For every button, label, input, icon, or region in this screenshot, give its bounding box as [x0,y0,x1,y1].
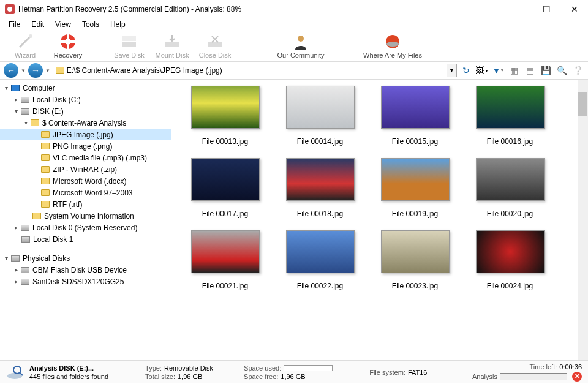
layout-button[interactable]: ▤ [523,64,537,77]
menu-edit[interactable]: Edit [26,19,49,30]
window-title: Hetman Partition Recovery 2.5 (Commercia… [18,5,505,13]
menu-file[interactable]: File [4,19,25,30]
back-button[interactable]: ← [4,63,18,78]
dropdown-icon[interactable]: ▼ [21,68,26,73]
file-label: File 00016.jpg [487,137,533,146]
refresh-button[interactable]: ↻ [459,64,473,77]
maximize-button[interactable]: ☐ [533,0,560,18]
tree-docx[interactable]: Microsoft Word (.docx) [0,175,171,187]
tree-physical[interactable]: ▾Physical Disks [0,252,171,264]
menu-help[interactable]: Help [105,19,130,30]
save-disk-button[interactable]: Save Disk [108,33,151,59]
community-button[interactable]: Our Community [267,33,334,59]
tree-jpeg[interactable]: JPEG Image (.jpg) [0,129,171,140]
help-button[interactable]: ❔ [571,64,584,77]
thumbnail [191,86,260,129]
cancel-analysis-button[interactable]: ✕ [572,372,582,382]
file-item[interactable]: File 00018.jpg [273,158,368,218]
vertical-scrollbar[interactable] [578,80,588,360]
lifebuoy-icon [59,33,77,50]
disk-search-icon [6,364,23,381]
close-button[interactable]: ✕ [560,0,588,18]
file-label: File 00021.jpg [202,282,248,290]
svg-point-13 [386,42,399,47]
view-mode-button[interactable]: 🖼▼ [475,64,489,77]
tree-rtf[interactable]: RTF (.rtf) [0,198,171,210]
tree-local1[interactable]: Local Disk 1 [0,233,171,245]
file-item[interactable]: File 00017.jpg [178,158,273,218]
tree-sandisk[interactable]: ▸SanDisk SDSSDX120GG25 [0,276,171,287]
tree-content-aware[interactable]: ▾$ Content-Aware Analysis [0,117,171,129]
tree-panel[interactable]: ▾Computer ▸Local Disk (C:) ▾DISK (E:) ▾$… [0,80,172,360]
file-item[interactable]: File 00016.jpg [462,86,557,146]
file-item[interactable]: File 00014.jpg [273,86,368,146]
search-button[interactable]: 🔍 [555,64,568,77]
content-panel[interactable]: File 00013.jpgFile 00014.jpgFile 00015.j… [172,80,588,360]
mount-disk-button[interactable]: Mount Disk [151,33,194,59]
search-icon: 🔍 [557,66,567,75]
refresh-icon: ↻ [462,66,470,75]
thumbnail [476,158,545,201]
help-icon: ❔ [573,66,583,75]
file-item[interactable]: File 00019.jpg [368,158,462,218]
svg-rect-7 [123,42,136,47]
file-label: File 00018.jpg [297,209,343,218]
address-input[interactable]: E:\$ Content-Aware Analysis\JPEG Image (… [53,64,447,77]
recovery-button[interactable]: Recovery [47,33,89,59]
file-item[interactable]: File 00013.jpg [178,86,273,146]
dropdown-icon[interactable]: ▼ [45,68,50,73]
tree-cbm[interactable]: ▸CBM Flash Disk USB Device [0,264,171,276]
tree-svi[interactable]: System Volume Information [0,210,171,222]
file-label: File 00017.jpg [202,209,248,218]
file-item[interactable]: File 00022.jpg [273,230,368,290]
floppy-icon: 💾 [541,66,551,75]
toolbar-large: Wizard Recovery Save Disk Mount Disk Clo… [0,31,588,61]
close-disk-icon [206,33,224,50]
tree-local0[interactable]: ▸Local Disk 0 (System Reserved) [0,222,171,233]
alert-icon [384,33,401,50]
tree-computer[interactable]: ▾Computer [0,82,171,94]
status-space: Space used: Space free:1,96 GB [244,364,333,380]
file-item[interactable]: File 00023.jpg [368,230,462,290]
close-disk-button[interactable]: Close Disk [194,33,236,59]
tree-vlc[interactable]: VLC media file (.mp3) (.mp3) [0,152,171,164]
close-disk-label: Close Disk [199,51,232,59]
mount-disk-icon [164,33,181,50]
where-files-button[interactable]: Where Are My Files [353,33,432,59]
file-item[interactable]: File 00015.jpg [368,86,462,146]
tree-doc[interactable]: Microsoft Word 97–2003 [0,187,171,198]
tree-png[interactable]: PNG Image (.png) [0,140,171,152]
scrollbar-thumb[interactable] [578,92,587,116]
thumbnail [286,158,355,201]
file-item[interactable]: File 00021.jpg [178,230,273,290]
file-label: File 00024.jpg [487,282,533,290]
file-item[interactable]: File 00024.jpg [462,230,557,290]
menu-view[interactable]: View [50,19,76,30]
thumbnail [381,230,450,273]
file-item[interactable]: File 00020.jpg [462,158,557,218]
tree-disk-e[interactable]: ▾DISK (E:) [0,105,171,117]
save-disk-label: Save Disk [114,51,145,59]
person-icon [292,33,309,50]
svg-rect-6 [59,40,77,43]
thumbnail [476,230,545,273]
save-button[interactable]: 💾 [539,64,552,77]
address-dropdown[interactable]: ▼ [447,64,457,77]
tree-local-c[interactable]: ▸Local Disk (C:) [0,94,171,105]
minimize-button[interactable]: — [505,0,533,18]
x-icon: ✕ [575,372,580,380]
wizard-label: Wizard [15,51,36,59]
svg-rect-10 [208,42,222,47]
recovery-label: Recovery [54,51,82,59]
arrow-right-icon: → [31,66,40,75]
forward-button[interactable]: → [28,63,43,78]
menu-tools[interactable]: Tools [77,19,104,30]
tree-zip[interactable]: ZIP - WinRAR (.zip) [0,164,171,175]
filter-button[interactable]: ▼▾ [491,64,505,77]
status-found: 445 files and folders found [29,373,108,380]
svg-point-2 [29,34,32,38]
analysis-progress [500,373,567,380]
preview-button[interactable]: ▦ [507,64,521,77]
wizard-button[interactable]: Wizard [4,33,47,59]
file-label: File 00022.jpg [297,282,343,290]
